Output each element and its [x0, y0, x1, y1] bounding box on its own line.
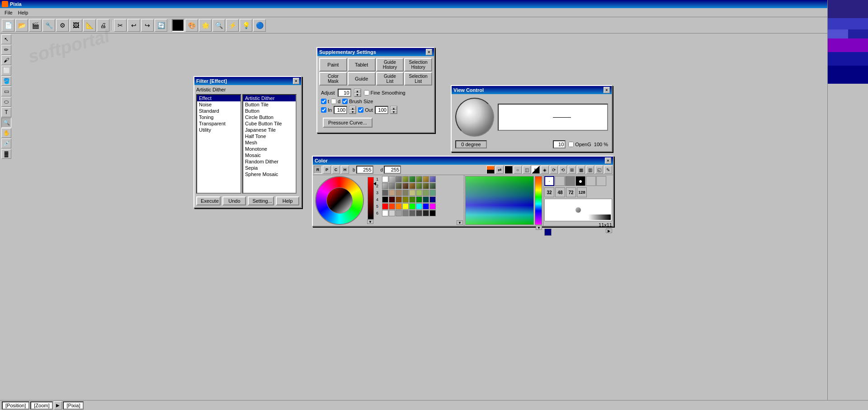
filter-effect-artistic-dither[interactable]: Artistic Dither	[243, 95, 296, 101]
tool-rect[interactable]: ▭	[1, 86, 11, 96]
tool-brush[interactable]: 🖌	[1, 55, 11, 65]
size-128[interactable]: 128	[577, 187, 587, 197]
swatch-5-4[interactable]	[402, 203, 409, 210]
swatch-4-8[interactable]	[429, 196, 436, 203]
tool-fill[interactable]: 🪣	[1, 76, 11, 86]
right-color-2[interactable]	[828, 18, 868, 29]
swatch-1-7[interactable]	[423, 176, 429, 182]
swatch-6-1[interactable]	[382, 210, 388, 216]
swatch-3-1[interactable]	[382, 190, 388, 196]
toolbar-edit1[interactable]: ✂	[114, 19, 127, 32]
out-checkbox[interactable]	[358, 107, 363, 113]
size-32[interactable]: 32	[544, 187, 554, 197]
gradient-side[interactable]	[535, 176, 542, 225]
pattern-cell-2[interactable]	[565, 176, 575, 186]
color-d-input[interactable]	[384, 166, 401, 174]
swatch-2-2[interactable]	[389, 183, 395, 189]
toolbar-tool1[interactable]: 🔧	[42, 19, 55, 32]
supp-dialog-close[interactable]: ×	[426, 49, 432, 55]
filter-effect-random-dither[interactable]: Random Dither	[243, 158, 296, 165]
swatch-5-3[interactable]	[396, 203, 402, 210]
toolbar-tool2[interactable]: ⚙	[56, 19, 69, 32]
swatch-6-6[interactable]	[416, 210, 422, 216]
tool-text[interactable]: T	[1, 107, 11, 117]
tool-color-pick[interactable]: 💉	[1, 138, 11, 148]
toolbar-tool5[interactable]: 🖨	[97, 19, 109, 32]
filter-effect-monotone[interactable]: Monotone	[243, 146, 296, 152]
filter-effect-sepia[interactable]: Sepia	[243, 165, 296, 171]
toolbar-filter[interactable]: 🌟	[199, 19, 212, 32]
swatch-5-7[interactable]	[423, 203, 429, 210]
swatch-5-2[interactable]	[389, 203, 395, 210]
supp-btn-selection-list[interactable]: SelectionList	[404, 72, 432, 86]
supp-btn-guide-history[interactable]: GuideHistory	[376, 58, 404, 72]
adjust-up[interactable]: ▲	[354, 89, 361, 93]
swatch-6-3[interactable]	[396, 210, 402, 216]
fine-smoothing-check[interactable]	[364, 90, 369, 95]
pattern-cell-5[interactable]	[596, 176, 606, 186]
swatch-3-6[interactable]	[416, 190, 422, 196]
filter-effect-half-tone[interactable]: Half Tone	[243, 133, 296, 139]
toolbar-color-box[interactable]	[172, 19, 184, 32]
supp-btn-tablet[interactable]: Tablet	[348, 58, 376, 72]
color-tool-palette[interactable]: P	[323, 166, 331, 174]
toolbar-edit3[interactable]: ↪	[141, 19, 154, 32]
in-down[interactable]: ▼	[349, 110, 356, 114]
color-tool-6[interactable]: ▣	[532, 166, 540, 174]
rotation-display[interactable]	[498, 104, 608, 131]
pattern-cell-4[interactable]	[586, 176, 596, 186]
filter-effect-japanese-tile[interactable]: Japanese Tile	[243, 127, 296, 133]
color-fg-bg[interactable]	[486, 166, 495, 174]
filter-cat-effect[interactable]: Effect	[197, 95, 241, 101]
color-tool-hsv[interactable]: H	[341, 166, 349, 174]
color-swatch-scroll[interactable]: ▶	[606, 229, 612, 233]
swatch-1-6[interactable]	[416, 176, 422, 182]
size-48[interactable]: 48	[555, 187, 565, 197]
filter-effect-cube-button-tile[interactable]: Cube Button Tile	[243, 120, 296, 127]
out-down[interactable]: ▼	[391, 110, 397, 114]
right-color-6[interactable]	[828, 66, 868, 84]
filter-help-btn[interactable]: Help	[276, 196, 299, 205]
swatch-1-4[interactable]	[402, 176, 409, 182]
swatch-4-4[interactable]	[402, 196, 409, 203]
swatch-5-5[interactable]	[409, 203, 415, 210]
swatch-1-8[interactable]	[429, 176, 436, 182]
tool-ellipse[interactable]: ⬭	[1, 97, 11, 107]
pattern-cell-active[interactable]: ·	[544, 176, 554, 186]
color-tool-10[interactable]: ⊞	[568, 166, 576, 174]
filter-setting-btn[interactable]: Setting...	[248, 196, 274, 205]
swatch-6-5[interactable]	[409, 210, 415, 216]
toolbar-edit4[interactable]: 🔄	[155, 19, 167, 32]
gradient-scroll-btn[interactable]: ▼	[536, 225, 542, 230]
toolbar-view4[interactable]: 🔵	[253, 19, 266, 32]
menu-file[interactable]: File	[2, 9, 15, 16]
red-slider[interactable]	[368, 177, 374, 219]
color-black[interactable]	[505, 166, 513, 174]
swatch-3-5[interactable]	[409, 190, 415, 196]
swatch-2-7[interactable]	[423, 183, 429, 189]
toolbar-tool4[interactable]: 📐	[83, 19, 96, 32]
red-slider-down[interactable]: ▼	[367, 219, 373, 224]
tool-select[interactable]: ↖	[1, 34, 11, 44]
swatches-scroll-down[interactable]: ▼	[457, 220, 463, 225]
filter-cat-standard[interactable]: Standard	[197, 108, 241, 114]
small-swatch-1[interactable]	[544, 229, 552, 236]
swatch-6-7[interactable]	[423, 210, 429, 216]
view-dialog-close[interactable]: ×	[604, 87, 610, 93]
swatch-6-4[interactable]	[402, 210, 409, 216]
filter-cat-transparent[interactable]: Transparent	[197, 120, 241, 127]
swatch-4-3[interactable]	[396, 196, 402, 203]
swatch-3-8[interactable]	[429, 190, 436, 196]
color-swap[interactable]: ⇄	[495, 166, 504, 174]
swatch-3-3[interactable]	[396, 190, 402, 196]
right-color-1[interactable]	[828, 0, 868, 18]
out-value-input[interactable]	[375, 106, 388, 114]
degree-input[interactable]	[455, 140, 487, 148]
filter-effect-circle-button[interactable]: Circle Button	[243, 114, 296, 120]
pattern-cell-3[interactable]: ●	[576, 176, 585, 186]
filter-effect-button-tile[interactable]: Button Tile	[243, 101, 296, 108]
color-dialog-close[interactable]: ×	[605, 157, 611, 164]
swatch-3-2[interactable]	[389, 190, 395, 196]
swatch-1-3[interactable]	[396, 176, 402, 182]
red-slider-handle[interactable]	[373, 182, 376, 186]
